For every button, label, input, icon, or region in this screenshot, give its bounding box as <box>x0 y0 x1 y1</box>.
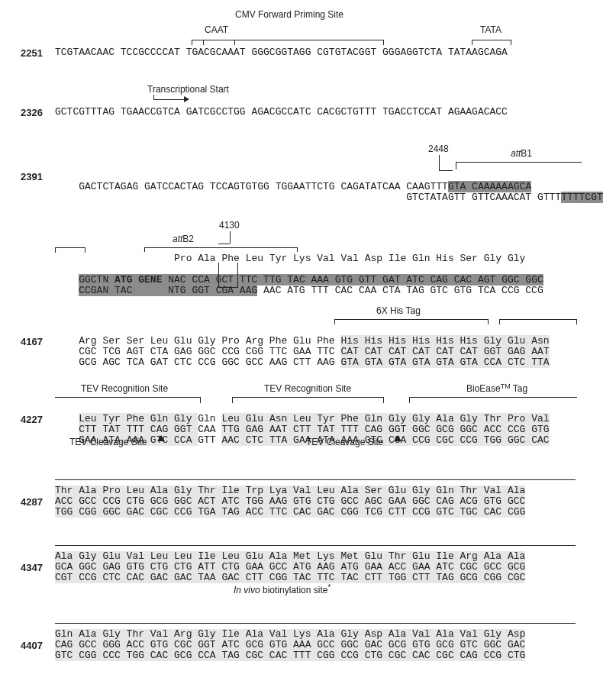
seq-bot: GTC CGG CCC TGG CAC GCG CCA TAG CGC CAC … <box>55 650 525 661</box>
seq-top: TCGTAACAAC TCCGCCCCAT TGACGCAAAT GGGCGGT… <box>55 47 508 58</box>
seq-bot: TGG CGG GGC GAC CGC CCG TGA TAG ACC TTC … <box>55 507 525 518</box>
seq-bot: CCGAN TAC NTG GGT CGA AAG AAC ATG TTT CA… <box>55 275 543 307</box>
row-number: 2251 <box>5 47 43 59</box>
label-attB1: attattB1B1 <box>511 148 532 159</box>
seq-bot: CGT CCG CTC CAC GAC GAC TAA GAC CTT CGG … <box>55 573 525 583</box>
seq-block-4407: 4407 Gln Ala Gly Thr Val Arg Gly Ile Ala… <box>5 618 611 667</box>
seq-block-2391: 2448 attattB1B1 2391 GACTCTAGAG GATCCACT… <box>5 144 611 203</box>
label-attB2: attattB2B2 <box>173 234 194 244</box>
seq-block-4167: 6X His Tag 4167 Arg Ser Ser Leu Glu Gly … <box>5 305 611 366</box>
label-bioease: BioEaseTM Tag <box>466 383 527 394</box>
seq-block-4347: 4347 Ala Gly Glu Val Leu Leu Ile Leu Glu… <box>5 540 611 602</box>
seq-block-2251: CMV Forward Priming Site CAAT TATA 2251 … <box>5 9 611 67</box>
label-tev-cleave-2: TEV Cleavage Site <box>306 437 383 447</box>
row-number: 4167 <box>5 336 43 347</box>
seq-bot: GCG AGC TCA GAT CTC CCG GGC GCC AAG CTT … <box>55 347 550 379</box>
row-number: 2326 <box>5 107 43 118</box>
label-cmv-fwd: CMV Forward Priming Site <box>235 9 343 20</box>
row-number: 4287 <box>5 496 43 508</box>
seq-aa: Gln Ala Gly Thr Val Arg Gly Ile Ala Val … <box>55 629 525 640</box>
seq-top: GCA GGC GAG GTG CTG CTG ATT CTG GAA GCC … <box>55 562 525 573</box>
row-number: 2391 <box>5 171 43 182</box>
row-number: 4227 <box>5 414 43 425</box>
label-his-tag: 6X His Tag <box>376 305 421 316</box>
label-tx-start: Transcriptional Start <box>147 84 229 95</box>
label-tev-rec-1: TEV Recognition Site <box>81 383 168 394</box>
tev-cleave-marker-icon <box>394 435 402 441</box>
row-number: 4347 <box>5 562 43 573</box>
seq-bot: GTCTATAGTT GTTCAAACAT GTTTTTTTCGT <box>55 182 603 214</box>
label-in-vivo-biotin: In vivo biotinylation site* <box>234 585 331 595</box>
seq-block-4287: 4287 Thr Ala Pro Leu Ala Gly Thr Ile Trp… <box>5 475 611 524</box>
label-tev-rec-2: TEV Recognition Site <box>264 383 351 394</box>
label-tata: TATA <box>480 24 502 35</box>
seq-aa: Pro Ala Phe Leu Tyr Lys Val Val Asp Ile … <box>55 253 525 264</box>
label-caat: CAAT <box>205 24 228 35</box>
label-tev-cleave-1: TEV Cleavage Site <box>69 437 147 447</box>
seq-top: GCTCGTTTAG TGAACCGTCA GATCGCCTGG AGACGCC… <box>55 107 508 118</box>
seq-top: CAG GCC GGG ACC GTG CGC GGT ATC GCG GTG … <box>55 640 525 650</box>
tev-cleave-marker-icon <box>157 435 165 441</box>
callout-2448: 2448 <box>428 144 449 154</box>
callout-4130: 4130 <box>219 220 240 231</box>
seq-aa: Thr Ala Pro Leu Ala Gly Thr Ile Trp Lya … <box>55 486 525 496</box>
seq-block-2326: Transcriptional Start 2326 GCTCGTTTAG TG… <box>5 84 611 127</box>
row-number: 4407 <box>5 640 43 651</box>
seq-top: ACC GCC CCG CTG GCG GGC ACT ATC TGG AAG … <box>55 496 525 507</box>
seq-aa: Ala Gly Glu Val Leu Leu Ile Leu Glu Ala … <box>55 551 525 562</box>
seq-block-4227: TEV Recognition Site TEV Recognition Sit… <box>5 383 611 458</box>
seq-block-atg-gene: 4130 attattB2B2 Pro Ala Phe Leu Tyr Lys … <box>5 220 611 289</box>
